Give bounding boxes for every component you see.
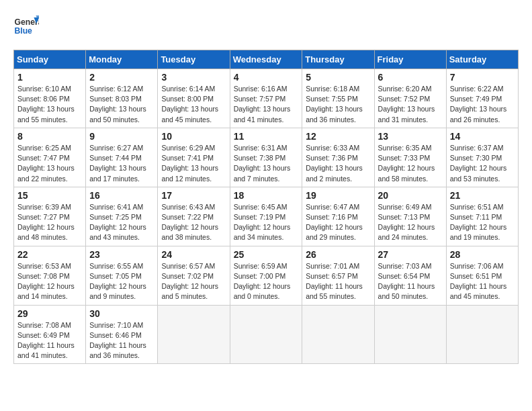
day-info: Sunrise: 6:22 AM Sunset: 7:49 PM Dayligh… <box>450 84 515 125</box>
calendar-day-cell <box>230 305 302 364</box>
day-info: Sunrise: 6:33 AM Sunset: 7:36 PM Dayligh… <box>306 143 370 184</box>
day-number: 12 <box>306 131 370 142</box>
day-number: 19 <box>306 190 370 201</box>
day-info: Sunrise: 6:18 AM Sunset: 7:55 PM Dayligh… <box>306 84 370 125</box>
day-number: 17 <box>161 190 226 201</box>
calendar-week-row: 15Sunrise: 6:39 AM Sunset: 7:27 PM Dayli… <box>14 187 519 246</box>
weekday-header-cell: Saturday <box>446 50 518 69</box>
weekday-header-cell: Monday <box>86 50 158 69</box>
calendar-day-cell: 3Sunrise: 6:14 AM Sunset: 8:00 PM Daylig… <box>158 69 230 128</box>
calendar-day-cell: 2Sunrise: 6:12 AM Sunset: 8:03 PM Daylig… <box>86 69 158 128</box>
calendar-day-cell <box>446 305 518 364</box>
day-info: Sunrise: 6:10 AM Sunset: 8:06 PM Dayligh… <box>17 84 82 125</box>
day-number: 23 <box>89 249 154 260</box>
calendar-day-cell: 6Sunrise: 6:20 AM Sunset: 7:52 PM Daylig… <box>374 69 446 128</box>
calendar-day-cell: 30Sunrise: 7:10 AM Sunset: 6:46 PM Dayli… <box>86 305 158 364</box>
calendar-day-cell: 25Sunrise: 6:59 AM Sunset: 7:00 PM Dayli… <box>230 246 302 305</box>
calendar-day-cell: 21Sunrise: 6:51 AM Sunset: 7:11 PM Dayli… <box>446 187 518 246</box>
day-info: Sunrise: 6:27 AM Sunset: 7:44 PM Dayligh… <box>89 143 154 184</box>
day-number: 30 <box>89 308 154 319</box>
day-info: Sunrise: 6:12 AM Sunset: 8:03 PM Dayligh… <box>89 84 154 125</box>
calendar-day-cell: 17Sunrise: 6:43 AM Sunset: 7:22 PM Dayli… <box>158 187 230 246</box>
calendar-day-cell: 4Sunrise: 6:16 AM Sunset: 7:57 PM Daylig… <box>230 69 302 128</box>
day-info: Sunrise: 7:10 AM Sunset: 6:46 PM Dayligh… <box>89 320 154 361</box>
day-number: 8 <box>17 131 82 142</box>
day-info: Sunrise: 6:59 AM Sunset: 7:00 PM Dayligh… <box>234 261 299 302</box>
day-number: 7 <box>450 72 515 83</box>
calendar-day-cell: 10Sunrise: 6:29 AM Sunset: 7:41 PM Dayli… <box>158 128 230 187</box>
day-info: Sunrise: 6:57 AM Sunset: 7:02 PM Dayligh… <box>161 261 226 302</box>
day-info: Sunrise: 6:53 AM Sunset: 7:08 PM Dayligh… <box>17 261 82 302</box>
day-number: 6 <box>378 72 443 83</box>
weekday-header-cell: Thursday <box>302 50 374 69</box>
weekday-header-cell: Wednesday <box>230 50 302 69</box>
day-number: 27 <box>378 249 443 260</box>
calendar-day-cell: 24Sunrise: 6:57 AM Sunset: 7:02 PM Dayli… <box>158 246 230 305</box>
calendar-week-row: 8Sunrise: 6:25 AM Sunset: 7:47 PM Daylig… <box>14 128 519 187</box>
day-info: Sunrise: 6:35 AM Sunset: 7:33 PM Dayligh… <box>378 143 443 184</box>
calendar-day-cell: 12Sunrise: 6:33 AM Sunset: 7:36 PM Dayli… <box>302 128 374 187</box>
calendar-day-cell: 1Sunrise: 6:10 AM Sunset: 8:06 PM Daylig… <box>14 69 86 128</box>
day-number: 18 <box>234 190 299 201</box>
calendar-day-cell: 15Sunrise: 6:39 AM Sunset: 7:27 PM Dayli… <box>14 187 86 246</box>
day-info: Sunrise: 6:20 AM Sunset: 7:52 PM Dayligh… <box>378 84 443 125</box>
day-number: 5 <box>306 72 370 83</box>
calendar-week-row: 1Sunrise: 6:10 AM Sunset: 8:06 PM Daylig… <box>14 69 519 128</box>
day-number: 9 <box>89 131 154 142</box>
day-info: Sunrise: 6:41 AM Sunset: 7:25 PM Dayligh… <box>89 202 154 243</box>
calendar-table: SundayMondayTuesdayWednesdayThursdayFrid… <box>13 50 519 364</box>
weekday-header-cell: Friday <box>374 50 446 69</box>
day-number: 11 <box>234 131 299 142</box>
day-number: 3 <box>161 72 226 83</box>
weekday-header-cell: Tuesday <box>158 50 230 69</box>
calendar-week-row: 22Sunrise: 6:53 AM Sunset: 7:08 PM Dayli… <box>14 246 519 305</box>
calendar-day-cell: 16Sunrise: 6:41 AM Sunset: 7:25 PM Dayli… <box>86 187 158 246</box>
calendar-day-cell: 29Sunrise: 7:08 AM Sunset: 6:49 PM Dayli… <box>14 305 86 364</box>
day-info: Sunrise: 6:14 AM Sunset: 8:00 PM Dayligh… <box>161 84 226 125</box>
page-header: General Blue <box>13 13 519 39</box>
calendar-day-cell <box>374 305 446 364</box>
day-number: 22 <box>17 249 82 260</box>
day-number: 10 <box>161 131 226 142</box>
calendar-day-cell: 20Sunrise: 6:49 AM Sunset: 7:13 PM Dayli… <box>374 187 446 246</box>
calendar-day-cell: 14Sunrise: 6:37 AM Sunset: 7:30 PM Dayli… <box>446 128 518 187</box>
day-number: 15 <box>17 190 82 201</box>
weekday-header-row: SundayMondayTuesdayWednesdayThursdayFrid… <box>14 50 519 69</box>
day-info: Sunrise: 6:49 AM Sunset: 7:13 PM Dayligh… <box>378 202 443 243</box>
calendar-day-cell: 19Sunrise: 6:47 AM Sunset: 7:16 PM Dayli… <box>302 187 374 246</box>
logo: General Blue <box>13 13 39 39</box>
calendar-day-cell: 22Sunrise: 6:53 AM Sunset: 7:08 PM Dayli… <box>14 246 86 305</box>
logo-icon: General Blue <box>13 13 39 39</box>
day-number: 29 <box>17 308 82 319</box>
day-info: Sunrise: 6:47 AM Sunset: 7:16 PM Dayligh… <box>306 202 370 243</box>
calendar-day-cell: 26Sunrise: 7:01 AM Sunset: 6:57 PM Dayli… <box>302 246 374 305</box>
day-info: Sunrise: 6:45 AM Sunset: 7:19 PM Dayligh… <box>234 202 299 243</box>
day-number: 28 <box>450 249 515 260</box>
day-number: 26 <box>306 249 370 260</box>
day-info: Sunrise: 6:39 AM Sunset: 7:27 PM Dayligh… <box>17 202 82 243</box>
day-number: 2 <box>89 72 154 83</box>
day-number: 25 <box>234 249 299 260</box>
calendar-day-cell: 7Sunrise: 6:22 AM Sunset: 7:49 PM Daylig… <box>446 69 518 128</box>
calendar-day-cell <box>302 305 374 364</box>
day-info: Sunrise: 6:29 AM Sunset: 7:41 PM Dayligh… <box>161 143 226 184</box>
day-info: Sunrise: 6:31 AM Sunset: 7:38 PM Dayligh… <box>234 143 299 184</box>
day-info: Sunrise: 6:55 AM Sunset: 7:05 PM Dayligh… <box>89 261 154 302</box>
calendar-day-cell: 8Sunrise: 6:25 AM Sunset: 7:47 PM Daylig… <box>14 128 86 187</box>
day-number: 1 <box>17 72 82 83</box>
day-info: Sunrise: 6:51 AM Sunset: 7:11 PM Dayligh… <box>450 202 515 243</box>
day-number: 14 <box>450 131 515 142</box>
calendar-day-cell: 18Sunrise: 6:45 AM Sunset: 7:19 PM Dayli… <box>230 187 302 246</box>
calendar-day-cell: 13Sunrise: 6:35 AM Sunset: 7:33 PM Dayli… <box>374 128 446 187</box>
calendar-body: 1Sunrise: 6:10 AM Sunset: 8:06 PM Daylig… <box>14 69 519 364</box>
day-info: Sunrise: 6:43 AM Sunset: 7:22 PM Dayligh… <box>161 202 226 243</box>
weekday-header-cell: Sunday <box>14 50 86 69</box>
day-info: Sunrise: 6:25 AM Sunset: 7:47 PM Dayligh… <box>17 143 82 184</box>
calendar-day-cell: 23Sunrise: 6:55 AM Sunset: 7:05 PM Dayli… <box>86 246 158 305</box>
calendar-week-row: 29Sunrise: 7:08 AM Sunset: 6:49 PM Dayli… <box>14 305 519 364</box>
calendar-day-cell: 5Sunrise: 6:18 AM Sunset: 7:55 PM Daylig… <box>302 69 374 128</box>
day-number: 16 <box>89 190 154 201</box>
day-number: 24 <box>161 249 226 260</box>
day-info: Sunrise: 6:37 AM Sunset: 7:30 PM Dayligh… <box>450 143 515 184</box>
calendar-day-cell: 28Sunrise: 7:06 AM Sunset: 6:51 PM Dayli… <box>446 246 518 305</box>
